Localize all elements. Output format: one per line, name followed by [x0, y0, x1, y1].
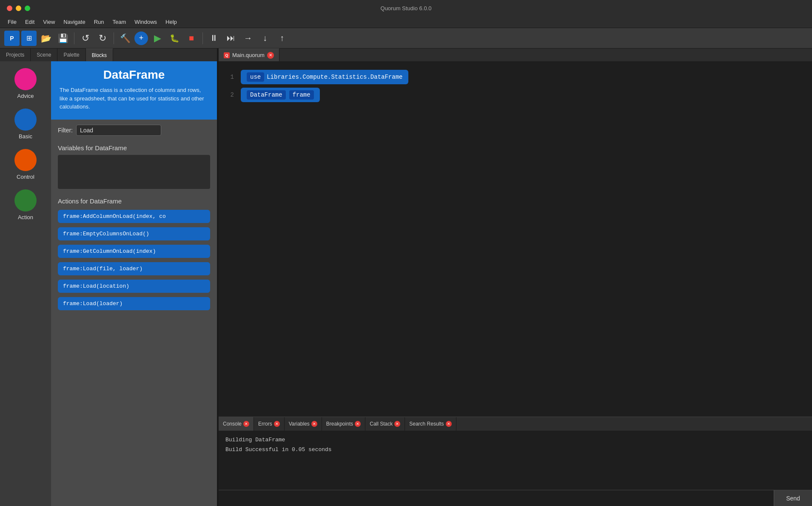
maximize-button[interactable]: [25, 6, 30, 11]
right-panel: Q Main.quorum ✕ 1 use Libraries.Compute.…: [219, 49, 812, 506]
basic-icon: [14, 109, 37, 131]
build-button[interactable]: 🔨: [117, 31, 133, 46]
debug-button[interactable]: 🐛: [167, 31, 182, 46]
bottom-tab-variables[interactable]: Variables ✕: [285, 417, 322, 431]
step-up-button[interactable]: ↑: [274, 31, 290, 46]
line-number-2: 2: [225, 91, 234, 98]
searchresults-tab-label: Search Results: [409, 421, 444, 427]
icon-sidebar: Advice Basic Control Action: [0, 61, 51, 506]
action-block-5[interactable]: frame:Load(loader): [58, 297, 210, 310]
tab-close-button[interactable]: ✕: [267, 52, 274, 59]
menu-navigate[interactable]: Navigate: [59, 18, 89, 26]
sidebar-item-advice[interactable]: Advice: [4, 66, 47, 102]
tab-projects[interactable]: Projects: [0, 49, 31, 61]
code-editor[interactable]: 1 use Libraries.Compute.Statistics.DataF…: [219, 61, 812, 417]
console-tab-close[interactable]: ✕: [243, 421, 249, 427]
variables-tab-close[interactable]: ✕: [311, 421, 317, 427]
filter-label: Filter:: [58, 127, 73, 134]
action-block-0[interactable]: frame:AddColumnOnLoad(index, co: [58, 210, 210, 223]
editor-tab-label: Main.quorum: [232, 52, 265, 58]
pause-button[interactable]: ⏸: [206, 31, 222, 46]
action-icon: [14, 189, 37, 212]
panel-tabs: Projects Scene Palette Blocks: [0, 49, 217, 61]
searchresults-tab-close[interactable]: ✕: [446, 421, 452, 427]
save-button[interactable]: 💾: [55, 31, 71, 46]
menu-bar: File Edit View Navigate Run Team Windows…: [0, 16, 812, 28]
menu-windows[interactable]: Windows: [130, 18, 161, 26]
bottom-tab-callstack[interactable]: Call Stack ✕: [365, 417, 405, 431]
tab-blocks[interactable]: Blocks: [86, 49, 113, 61]
console-input-bar: Send: [219, 490, 812, 506]
palette-description: The DataFrame class is a collection of c…: [60, 86, 208, 111]
quorum-file-icon: Q: [224, 52, 230, 58]
bottom-tab-console[interactable]: Console ✕: [219, 417, 254, 431]
menu-file[interactable]: File: [3, 18, 21, 26]
filter-input[interactable]: [76, 125, 161, 136]
line-number-1: 1: [225, 74, 234, 80]
sidebar-item-basic[interactable]: Basic: [4, 106, 47, 142]
minimize-button[interactable]: [16, 6, 21, 11]
new-file-button[interactable]: ⊞: [21, 31, 37, 46]
palette-content: DataFrame The DataFrame class is a colle…: [51, 61, 217, 506]
title-bar: Quorum Studio 6.0.0: [0, 0, 812, 16]
variables-section-title: Variables for DataFrame: [51, 141, 217, 155]
send-button[interactable]: Send: [774, 490, 812, 506]
close-button[interactable]: [7, 6, 12, 11]
console-line-2: Build Successful in 0.05 seconds: [225, 445, 805, 455]
action-block-4[interactable]: frame:Load(location): [58, 280, 210, 293]
bottom-tab-errors[interactable]: Errors ✕: [254, 417, 285, 431]
bottom-tab-searchresults[interactable]: Search Results ✕: [405, 417, 456, 431]
console-line-1: Building DataFrame: [225, 435, 805, 445]
console-tab-label: Console: [223, 421, 242, 427]
callstack-tab-close[interactable]: ✕: [394, 421, 400, 427]
run-button[interactable]: ▶: [150, 31, 165, 46]
add-button[interactable]: +: [134, 31, 148, 45]
left-panel: Projects Scene Palette Blocks Advice Bas…: [0, 49, 217, 506]
redo-button[interactable]: ↻: [95, 31, 110, 46]
actions-section-title: Actions for DataFrame: [51, 194, 217, 210]
bottom-tab-breakpoints[interactable]: Breakpoints ✕: [322, 417, 365, 431]
menu-edit[interactable]: Edit: [21, 18, 39, 26]
editor-tab-main[interactable]: Q Main.quorum ✕: [219, 49, 279, 61]
callstack-tab-label: Call Stack: [370, 421, 393, 427]
sidebar-item-control[interactable]: Control: [4, 146, 47, 183]
errors-tab-close[interactable]: ✕: [274, 421, 280, 427]
code-block-df[interactable]: DataFrame frame: [241, 88, 320, 102]
bottom-tabs: Console ✕ Errors ✕ Variables ✕ Breakpoin…: [219, 417, 812, 431]
sidebar-item-action[interactable]: Action: [4, 187, 47, 223]
separator-3: [202, 32, 203, 44]
palette-header: DataFrame The DataFrame class is a colle…: [51, 61, 217, 120]
tab-palette[interactable]: Palette: [57, 49, 85, 61]
variables-tab-label: Variables: [289, 421, 310, 427]
df-var-name: frame: [289, 90, 314, 100]
breakpoints-tab-label: Breakpoints: [326, 421, 353, 427]
project-button[interactable]: P: [4, 31, 20, 46]
menu-help[interactable]: Help: [161, 18, 181, 26]
console-input[interactable]: [219, 490, 774, 506]
toolbar: P ⊞ 📂 💾 ↺ ↻ 🔨 + ▶ 🐛 ■ ⏸ ⏭ → ↓ ↑: [0, 28, 812, 49]
action-block-2[interactable]: frame:GetColumnOnLoad(index): [58, 245, 210, 258]
menu-view[interactable]: View: [39, 18, 59, 26]
step-down-button[interactable]: ↓: [257, 31, 273, 46]
editor-tabs: Q Main.quorum ✕: [219, 49, 812, 61]
code-line-1: 1 use Libraries.Compute.Statistics.DataF…: [219, 68, 812, 86]
menu-run[interactable]: Run: [90, 18, 108, 26]
action-block-3[interactable]: frame:Load(file, loader): [58, 262, 210, 275]
undo-button[interactable]: ↺: [78, 31, 93, 46]
tab-scene[interactable]: Scene: [31, 49, 57, 61]
palette-title: DataFrame: [60, 68, 208, 82]
code-block-use[interactable]: use Libraries.Compute.Statistics.DataFra…: [241, 70, 408, 84]
main-content: Projects Scene Palette Blocks Advice Bas…: [0, 49, 812, 506]
menu-team[interactable]: Team: [108, 18, 130, 26]
breakpoints-tab-close[interactable]: ✕: [355, 421, 361, 427]
separator-2: [114, 32, 114, 44]
separator-1: [74, 32, 74, 44]
control-icon: [14, 149, 37, 171]
stop-button[interactable]: ■: [184, 31, 199, 46]
variables-box: [58, 155, 210, 189]
next-button[interactable]: →: [240, 31, 256, 46]
action-block-1[interactable]: frame:EmptyColumnsOnLoad(): [58, 227, 210, 240]
skip-button[interactable]: ⏭: [223, 31, 239, 46]
open-button[interactable]: 📂: [38, 31, 54, 46]
console-output: Building DataFrame Build Successful in 0…: [219, 431, 812, 490]
